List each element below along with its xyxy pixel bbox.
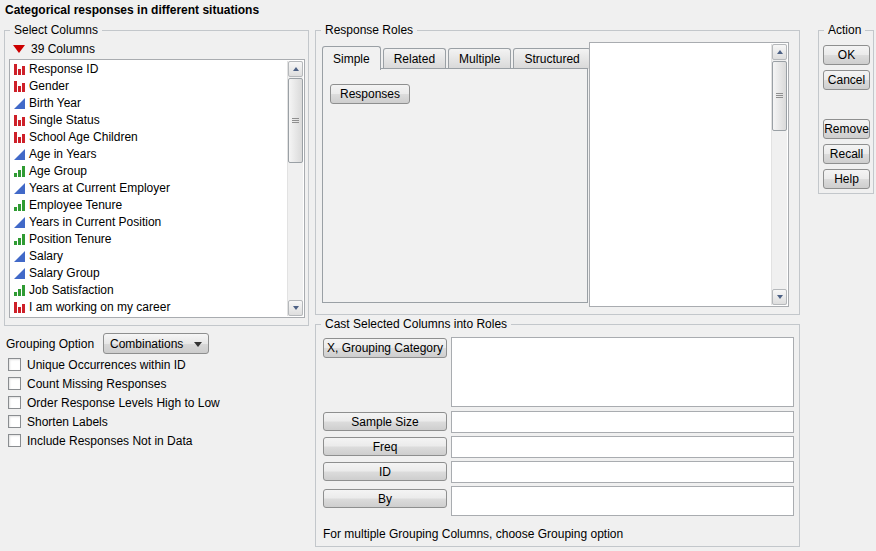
x-grouping-category-label: X, Grouping Category <box>327 341 443 355</box>
freq-box[interactable] <box>451 436 794 458</box>
column-type-icon <box>13 97 26 109</box>
scroll-up-button[interactable] <box>288 61 303 77</box>
column-list-item[interactable]: School Age Children <box>10 128 304 145</box>
x-grouping-category-button[interactable]: X, Grouping Category <box>323 338 447 358</box>
columns-count-label: 39 Columns <box>31 42 95 56</box>
column-type-icon <box>13 233 26 245</box>
column-type-icon <box>13 131 26 143</box>
select-columns-panel: Select Columns 39 Columns Response ID Ge… <box>4 30 309 326</box>
freq-button[interactable]: Freq <box>323 437 447 456</box>
tab-label: Multiple <box>459 52 500 66</box>
ok-label: OK <box>838 48 855 62</box>
column-list-item[interactable]: Employee Tenure <box>10 196 304 213</box>
sample-size-button[interactable]: Sample Size <box>323 412 447 431</box>
response-roles-panel: Response Roles Simple Related Multiple S… <box>315 30 800 315</box>
column-name: Job Satisfaction <box>29 283 114 297</box>
tab-structured[interactable]: Structured <box>513 48 590 69</box>
help-label: Help <box>834 172 859 186</box>
id-button[interactable]: ID <box>323 462 447 481</box>
column-type-icon <box>13 80 26 92</box>
column-list-item[interactable]: Response ID <box>10 60 304 77</box>
column-list-item[interactable]: Birth Year <box>10 94 304 111</box>
columns-list: Response ID Gender Birth Year Single Sta… <box>9 59 305 318</box>
column-list-item[interactable]: I am working on my career <box>10 298 304 315</box>
column-type-icon <box>13 301 26 313</box>
grouping-category-box[interactable] <box>451 337 794 407</box>
column-name: Birth Year <box>29 96 81 110</box>
checkbox-label: Shorten Labels <box>27 414 108 430</box>
column-type-icon <box>13 267 26 279</box>
column-list-item[interactable]: Job Satisfaction <box>10 281 304 298</box>
response-listbox-scrollbar[interactable] <box>771 44 787 305</box>
red-triangle-disclosure-icon[interactable] <box>13 45 25 53</box>
column-type-icon <box>13 182 26 194</box>
remove-button[interactable]: Remove <box>823 119 870 139</box>
columns-outline-header[interactable]: 39 Columns <box>13 42 95 56</box>
tab-related[interactable]: Related <box>383 48 446 69</box>
scrollbar-thumb[interactable] <box>288 78 303 163</box>
help-button[interactable]: Help <box>823 169 870 189</box>
columns-list-scrollbar[interactable] <box>287 61 303 316</box>
remove-label: Remove <box>824 122 869 136</box>
column-name: School Age Children <box>29 130 138 144</box>
response-roles-listbox[interactable] <box>589 42 789 307</box>
grouping-option-label: Grouping Option <box>6 336 94 352</box>
column-name: Gender <box>29 79 69 93</box>
column-name: Salary Group <box>29 266 100 280</box>
categorical-dialog: Categorical responses in different situa… <box>0 0 876 551</box>
column-list-item[interactable]: Age Group <box>10 162 304 179</box>
column-type-icon <box>13 250 26 262</box>
chevron-down-icon <box>194 342 202 347</box>
sample-size-label: Sample Size <box>351 415 418 429</box>
column-list-item[interactable]: Single Status <box>10 111 304 128</box>
recall-button[interactable]: Recall <box>823 144 870 164</box>
column-type-icon <box>13 199 26 211</box>
checkbox-label: Count Missing Responses <box>27 376 166 392</box>
column-list-item[interactable]: Salary Group <box>10 264 304 281</box>
select-columns-title: Select Columns <box>10 23 102 38</box>
by-box[interactable] <box>451 486 794 516</box>
scrollbar-thumb[interactable] <box>772 61 787 131</box>
column-name: Salary <box>29 249 63 263</box>
column-name: Position Tenure <box>29 232 112 246</box>
column-list-item[interactable]: Gender <box>10 77 304 94</box>
page-title: Categorical responses in different situa… <box>5 3 259 17</box>
column-list-item[interactable]: Age in Years <box>10 145 304 162</box>
arrow-down-icon <box>777 295 783 299</box>
column-list-item[interactable]: Years at Current Employer <box>10 179 304 196</box>
scroll-down-button[interactable] <box>772 289 787 305</box>
column-type-icon <box>13 216 26 228</box>
tab-simple[interactable]: Simple <box>322 46 381 70</box>
checkbox-include-responses-not-in-data[interactable] <box>8 434 21 447</box>
tab-multiple[interactable]: Multiple <box>448 48 511 69</box>
checkbox-unique-occurrences-within-id[interactable] <box>8 358 21 371</box>
responses-button[interactable]: Responses <box>330 84 410 104</box>
checkbox-shorten-labels[interactable] <box>8 415 21 428</box>
column-name: Employee Tenure <box>29 198 122 212</box>
response-roles-title: Response Roles <box>321 23 417 38</box>
column-type-icon <box>13 148 26 160</box>
checkbox-order-response-levels[interactable] <box>8 396 21 409</box>
checkbox-count-missing-responses[interactable] <box>8 377 21 390</box>
column-name: Age in Years <box>29 147 96 161</box>
column-type-icon <box>13 114 26 126</box>
by-button[interactable]: By <box>323 489 447 508</box>
cancel-button[interactable]: Cancel <box>823 70 870 90</box>
dropdown-selected-value: Combinations <box>110 337 183 351</box>
ok-button[interactable]: OK <box>823 45 870 65</box>
checkbox-label: Include Responses Not in Data <box>27 433 192 449</box>
grouping-option-dropdown[interactable]: Combinations <box>103 333 209 354</box>
scroll-up-button[interactable] <box>772 44 787 60</box>
column-list-item[interactable]: Position Tenure <box>10 230 304 247</box>
scroll-down-button[interactable] <box>288 300 303 316</box>
column-name: Age Group <box>29 164 87 178</box>
column-name: I am working on my career <box>29 300 170 314</box>
id-box[interactable] <box>451 461 794 483</box>
cancel-label: Cancel <box>828 73 865 87</box>
column-list-item[interactable]: Salary <box>10 247 304 264</box>
id-label: ID <box>379 465 391 479</box>
column-name: Years in Current Position <box>29 215 161 229</box>
tab-label: Structured <box>524 52 579 66</box>
sample-size-box[interactable] <box>451 411 794 433</box>
column-list-item[interactable]: Years in Current Position <box>10 213 304 230</box>
